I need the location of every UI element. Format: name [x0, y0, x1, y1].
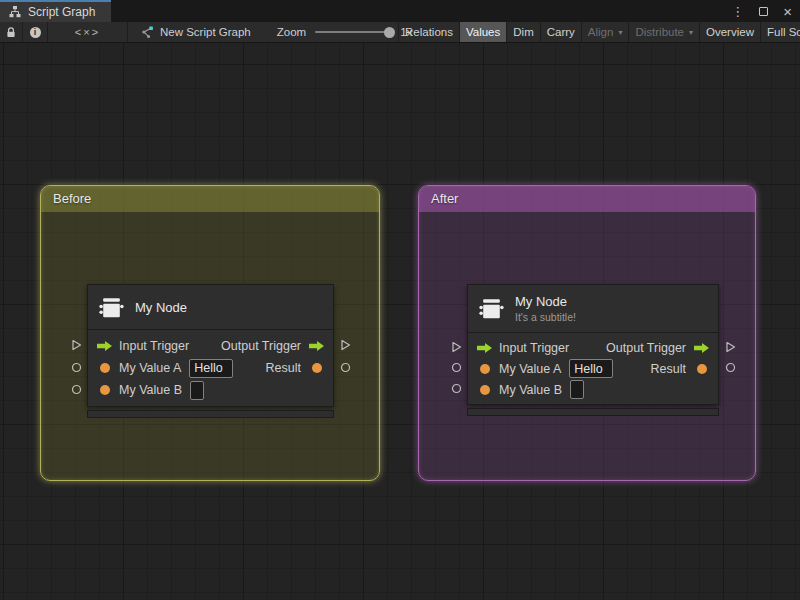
port-label: My Value A — [499, 362, 561, 376]
graph-name-label: New Script Graph — [160, 26, 251, 38]
dim-button[interactable]: Dim — [507, 22, 539, 42]
info-button[interactable]: i — [23, 22, 47, 42]
left-port-markers — [70, 334, 82, 400]
value-b-port[interactable] — [476, 385, 493, 395]
port-row-value-a: My Value A Result — [88, 357, 333, 379]
exec-output-marker[interactable] — [339, 334, 351, 356]
exec-input-port[interactable] — [96, 340, 113, 352]
lock-icon — [4, 25, 18, 39]
lock-button[interactable] — [0, 22, 22, 42]
port-row-value-a: My Value A Result — [468, 358, 718, 379]
value-a-input[interactable] — [189, 359, 233, 378]
node-icon — [98, 294, 125, 321]
port-label: My Value B — [119, 383, 182, 397]
zoom-label: Zoom — [277, 26, 306, 38]
node-graph-icon — [140, 25, 154, 39]
graph-hierarchy-icon — [8, 5, 22, 19]
value-b-port[interactable] — [96, 385, 113, 395]
result-port[interactable] — [693, 364, 710, 374]
port-label: Result — [651, 362, 686, 376]
values-button[interactable]: Values — [460, 22, 506, 42]
chevron-down-icon: ▾ — [689, 28, 693, 37]
more-options-icon[interactable]: ⋮ — [731, 5, 744, 18]
group-before-header[interactable]: Before — [41, 186, 379, 212]
maximize-icon[interactable] — [759, 7, 768, 16]
exec-input-marker[interactable] — [450, 336, 462, 357]
zoom-slider-handle[interactable] — [384, 27, 395, 38]
value-b-input[interactable] — [190, 381, 204, 400]
left-port-markers — [450, 336, 462, 399]
group-before-title: Before — [53, 191, 91, 206]
value-a-port[interactable] — [476, 364, 493, 374]
graph-toolbar: i <×> New Script Graph Zoom 1x — [0, 22, 800, 43]
exec-output-marker[interactable] — [724, 336, 736, 357]
port-row-trigger: Input Trigger Output Trigger — [468, 337, 718, 358]
node-ports: Input Trigger Output Trigger — [468, 333, 718, 404]
overview-button[interactable]: Overview — [700, 22, 760, 42]
exec-input-marker[interactable] — [70, 334, 82, 356]
result-port[interactable] — [308, 363, 325, 373]
value-input-marker[interactable] — [70, 378, 82, 400]
node-header[interactable]: My Node — [88, 285, 333, 329]
value-output-marker[interactable] — [339, 356, 351, 378]
group-after-header[interactable]: After — [419, 186, 755, 212]
exec-output-port[interactable] — [308, 340, 325, 352]
value-input-marker[interactable] — [450, 378, 462, 399]
tab-script-graph[interactable]: Script Graph — [0, 0, 111, 22]
align-button[interactable]: Align ▾ — [582, 22, 629, 42]
right-port-markers — [724, 336, 736, 399]
chevron-down-icon: ▾ — [618, 28, 622, 37]
value-input-marker[interactable] — [450, 357, 462, 378]
port-label: Input Trigger — [499, 341, 569, 355]
tab-bar: Script Graph ⋮ × — [0, 0, 800, 22]
node-ports: Input Trigger Output Trigger — [88, 330, 333, 406]
port-label: Output Trigger — [221, 339, 301, 353]
port-row-value-b: My Value B — [468, 379, 718, 400]
full-screen-button[interactable]: Full Screen — [761, 22, 800, 42]
window-controls: ⋮ × — [731, 0, 792, 22]
node-title: My Node — [515, 294, 576, 309]
node-footer — [87, 410, 334, 418]
value-a-input[interactable] — [569, 359, 613, 378]
group-after-title: After — [431, 191, 458, 206]
port-label: Result — [266, 361, 301, 375]
node-footer — [467, 408, 719, 416]
port-label: Output Trigger — [606, 341, 686, 355]
close-icon[interactable]: × — [783, 4, 792, 19]
exec-output-port[interactable] — [693, 342, 710, 354]
carry-button[interactable]: Carry — [541, 22, 581, 42]
zoom-control: Zoom 1x — [277, 22, 413, 42]
node-header[interactable]: My Node It's a subtitle! — [468, 285, 718, 332]
node-subtitle: It's a subtitle! — [515, 311, 576, 323]
distribute-button[interactable]: Distribute ▾ — [629, 22, 699, 42]
node-my-node-before[interactable]: My Node Input Trigger — [87, 284, 334, 418]
relations-button[interactable]: Relations — [399, 22, 459, 42]
group-before[interactable]: Before — [40, 185, 380, 481]
toolbar-right-buttons: Relations Values Dim Carry Align ▾ Distr… — [398, 22, 800, 42]
port-row-value-b: My Value B — [88, 379, 333, 401]
code-icon: <×> — [75, 26, 100, 38]
code-view-button[interactable]: <×> — [48, 22, 127, 42]
script-graph-window: Script Graph ⋮ × i <×> — [0, 0, 800, 600]
port-row-trigger: Input Trigger Output Trigger — [88, 335, 333, 357]
value-a-port[interactable] — [96, 363, 113, 373]
port-label: My Value B — [499, 383, 562, 397]
node-icon — [478, 295, 505, 322]
value-input-marker[interactable] — [70, 356, 82, 378]
value-b-input[interactable] — [570, 380, 584, 399]
value-output-marker[interactable] — [724, 357, 736, 378]
node-my-node-after[interactable]: My Node It's a subtitle! Input Trigger — [467, 284, 719, 416]
node-title: My Node — [135, 300, 187, 315]
graph-name-chip[interactable]: New Script Graph — [128, 22, 263, 42]
port-label: My Value A — [119, 361, 181, 375]
info-icon: i — [30, 27, 41, 38]
exec-input-port[interactable] — [476, 342, 493, 354]
zoom-slider[interactable] — [315, 31, 391, 33]
right-port-markers — [339, 334, 351, 400]
port-label: Input Trigger — [119, 339, 189, 353]
tab-title: Script Graph — [28, 5, 95, 19]
group-after[interactable]: After — [418, 185, 756, 481]
graph-canvas[interactable]: Before — [0, 43, 800, 600]
